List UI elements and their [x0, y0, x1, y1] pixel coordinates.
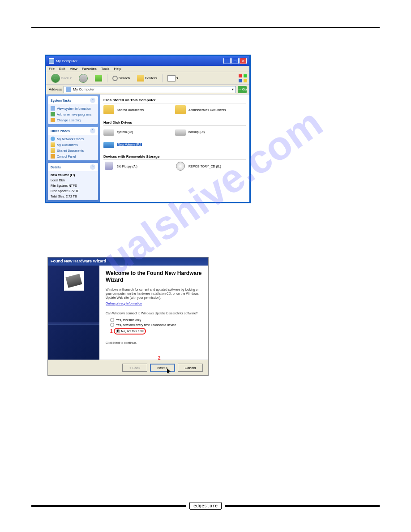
annotation-2: 2 [158, 356, 161, 360]
wizard-description: Windows will search for current and upda… [106, 287, 202, 300]
menu-favorites[interactable]: Favorites [82, 67, 97, 71]
mycomputer-icon [49, 58, 54, 64]
add-remove-programs-link[interactable]: Add or remove programs [51, 112, 95, 116]
radio-no[interactable] [116, 329, 120, 333]
wizard-footer: 2 < Back Next > Cancel [48, 360, 208, 375]
minimize-button[interactable]: _ [223, 58, 231, 64]
sidebar: System Tasks⌃ View system information Ad… [46, 94, 100, 202]
collapse-icon[interactable]: ⌃ [90, 164, 95, 170]
hardware-icon [64, 271, 84, 291]
forward-button[interactable]: → [77, 73, 90, 84]
floppy-item[interactable]: 3½ Floppy (A:) [103, 162, 166, 171]
other-places-title: Other Places [51, 129, 70, 133]
collapse-icon[interactable]: ⌃ [90, 98, 95, 103]
address-label: Address [49, 87, 62, 91]
views-icon [167, 75, 176, 82]
files-section-title: Files Stored on This Computer [103, 96, 246, 103]
admin-documents-item[interactable]: Administrator's Documents [175, 105, 238, 114]
system-tasks-title: System Tasks [51, 99, 71, 102]
drive-icon [175, 129, 186, 136]
wizard-heading: Welcome to the Found New Hardware Wizard [106, 270, 202, 283]
horizontal-rule [31, 27, 380, 28]
page-footer: edgestore [31, 502, 380, 510]
footer-logo: edgestore [189, 502, 222, 510]
menu-file[interactable]: File [49, 67, 55, 71]
volume-free: Free Space: 2.72 TB [51, 189, 95, 193]
control-panel-link[interactable]: Control Panel [51, 154, 95, 159]
annotation-circle: No, not this time [114, 328, 146, 335]
shared-documents-item[interactable]: Shared Documents [103, 105, 166, 114]
menu-help[interactable]: Help [114, 67, 121, 71]
cd-icon [176, 162, 185, 171]
radio-yes-always[interactable]: Yes, now and every time I connect a devi… [110, 323, 202, 327]
wizard-continue-text: Click Next to continue. [106, 341, 202, 345]
network-places-link[interactable]: My Network Places [51, 137, 95, 141]
drive-d-item[interactable]: backup (D:) [175, 128, 238, 136]
privacy-link[interactable]: Online privacy information [106, 302, 202, 305]
annotation-1: 1 [110, 329, 113, 334]
cdrom-item[interactable]: REPOSITORY_CD (E:) [175, 162, 238, 171]
radio-yes-once[interactable]: Yes, this time only [110, 318, 202, 322]
cursor-icon [167, 368, 171, 373]
close-button[interactable]: ✕ [240, 58, 247, 64]
menu-view[interactable]: View [70, 67, 77, 71]
up-button[interactable] [93, 74, 104, 83]
drives-section-title: Hard Disk Drives [103, 119, 246, 126]
menubar: File Edit View Favorites Tools Help [46, 66, 249, 72]
address-input[interactable]: My Computer ▾ [64, 86, 236, 93]
xp-flag-icon [239, 74, 247, 82]
drive-icon [103, 142, 114, 148]
search-icon [112, 76, 118, 81]
next-button[interactable]: Next > [150, 364, 175, 372]
change-setting-link[interactable]: Change a setting [51, 118, 95, 122]
folders-button[interactable]: Folders [135, 74, 159, 83]
cancel-button[interactable]: Cancel [178, 364, 203, 372]
system-tasks-panel: System Tasks⌃ View system information Ad… [48, 96, 98, 124]
drive-f-item[interactable]: New Volume (F:) [103, 140, 166, 148]
back-button[interactable]: ←Back ▾ [49, 73, 74, 84]
hardware-wizard-window: Found New Hardware Wizard Welcome to the… [47, 257, 209, 376]
views-button[interactable]: ▾ [165, 74, 180, 83]
content-area: Files Stored on This Computer Shared Doc… [100, 94, 249, 202]
floppy-icon [105, 162, 113, 170]
other-places-panel: Other Places⌃ My Network Places My Docum… [48, 127, 98, 160]
toolbar: ←Back ▾ → Search Folders ▾ [46, 72, 249, 85]
window-title: My Computer [56, 59, 77, 63]
shared-documents-link[interactable]: Shared Documents [51, 148, 95, 153]
addressbar: Address My Computer ▾ → Go [46, 85, 249, 94]
wizard-question: Can Windows connect to Windows Update to… [106, 311, 202, 315]
maximize-button[interactable]: □ [231, 58, 239, 64]
devices-section-title: Devices with Removable Storage [103, 153, 246, 160]
back-button[interactable]: < Back [122, 364, 147, 372]
details-panel: Details⌃ New Volume (F:) Local Disk File… [48, 163, 98, 200]
wizard-title: Found New Hardware Wizard [48, 257, 208, 266]
my-documents-link[interactable]: My Documents [51, 142, 95, 147]
mycomputer-window: My Computer _ □ ✕ File Edit View Favorit… [45, 55, 251, 203]
folder-icon [175, 105, 186, 114]
folder-up-icon [95, 75, 102, 82]
wizard-sidebar-image [48, 266, 99, 360]
folder-icon [137, 75, 144, 82]
drive-c-item[interactable]: system (C:) [103, 128, 166, 136]
titlebar[interactable]: My Computer _ □ ✕ [46, 56, 249, 66]
volume-fs: File System: NTFS [51, 184, 95, 188]
folder-icon [103, 105, 114, 114]
volume-name: New Volume (F:) [51, 173, 75, 176]
view-system-info-link[interactable]: View system information [51, 106, 95, 111]
menu-tools[interactable]: Tools [101, 67, 110, 71]
address-icon [66, 87, 71, 92]
menu-edit[interactable]: Edit [59, 67, 65, 71]
volume-total: Total Size: 2.72 TB [51, 194, 95, 198]
search-button[interactable]: Search [110, 74, 132, 82]
volume-type: Local Disk [51, 178, 95, 182]
collapse-icon[interactable]: ⌃ [90, 128, 95, 133]
go-button[interactable]: → Go [238, 86, 247, 93]
drive-icon [103, 129, 114, 136]
details-title: Details [51, 166, 61, 169]
